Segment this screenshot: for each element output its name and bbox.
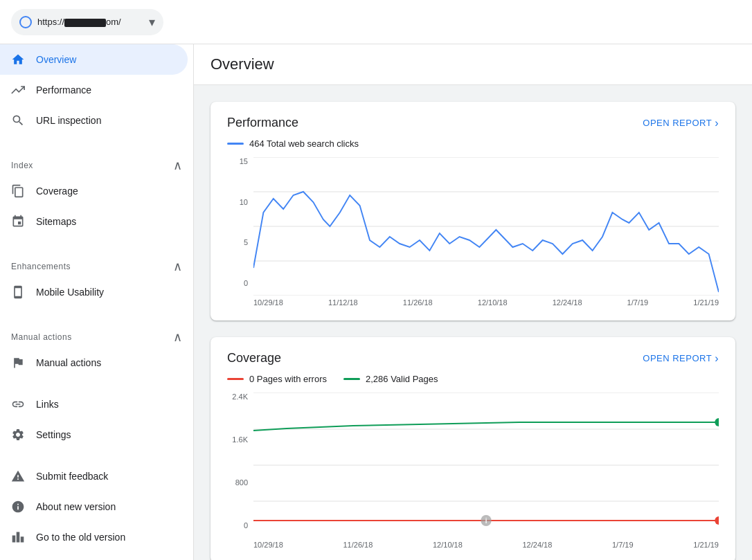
enhancements-section-label: Enhancements	[11, 262, 71, 271]
coverage-card-title: Coverage	[227, 351, 281, 365]
coverage-y-axis: 2.4K 1.6K 800 0	[227, 392, 248, 549]
main-content: Overview Performance OPEN REPORT › 464 T…	[194, 44, 752, 560]
section-header-index: Index ∧	[0, 147, 193, 176]
sidebar-label-about-new-version: About new version	[36, 501, 116, 512]
sidebar-item-url-inspection[interactable]: URL inspection	[0, 105, 188, 136]
performance-card-header: Performance OPEN REPORT ›	[211, 102, 735, 138]
sidebar-item-mobile-usability[interactable]: Mobile Usability	[0, 277, 188, 307]
performance-card-title: Performance	[227, 116, 298, 130]
sidebar-label-manual-actions: Manual actions	[36, 357, 101, 368]
sidebar-label-coverage: Coverage	[36, 186, 78, 197]
layout: Overview Performance URL inspection Inde…	[0, 44, 752, 560]
manual-actions-collapse-icon[interactable]: ∧	[173, 329, 183, 345]
page-title: Overview	[211, 55, 735, 73]
enhancements-collapse-icon[interactable]: ∧	[173, 259, 183, 274]
performance-open-report-label: OPEN REPORT	[643, 118, 712, 128]
url-text: https://om/	[37, 17, 143, 27]
sidebar-item-sitemaps[interactable]: Sitemaps	[0, 206, 188, 237]
section-header-manual-actions: Manual actions ∧	[0, 318, 193, 347]
sidebar-item-go-to-old-version[interactable]: Go to the old version	[0, 522, 188, 552]
performance-x-axis: 10/29/18 11/12/18 11/26/18 12/10/18 12/2…	[253, 296, 719, 307]
performance-open-report-chevron-icon: ›	[715, 117, 719, 129]
trending-up-icon	[11, 83, 25, 97]
chevron-down-icon: ▾	[149, 15, 155, 30]
coverage-legend-valid-text: 2,286 Valid Pages	[366, 374, 438, 384]
coverage-card-header: Coverage OPEN REPORT ›	[211, 337, 735, 374]
sidebar-label-links: Links	[36, 399, 59, 410]
svg-point-11	[715, 516, 719, 525]
performance-card: Performance OPEN REPORT › 464 Total web …	[211, 102, 735, 320]
coverage-card-body: 0 Pages with errors 2,286 Valid Pages 2.…	[211, 374, 735, 560]
home-icon	[11, 53, 25, 66]
sidebar-item-coverage[interactable]: Coverage	[0, 176, 188, 206]
performance-y-axis: 15 10 5 0	[227, 157, 248, 307]
url-redacted	[64, 19, 106, 27]
coverage-chart-wrap: 2.4K 1.6K 800 0 .cov-green { fill: none;…	[227, 392, 719, 549]
url-bar[interactable]: https://om/ ▾	[11, 9, 163, 35]
warning-icon	[11, 469, 25, 483]
sidebar-label-mobile-usability: Mobile Usability	[36, 287, 104, 298]
index-collapse-icon[interactable]: ∧	[173, 158, 183, 173]
coverage-open-report-chevron-icon: ›	[715, 352, 719, 365]
performance-legend: 464 Total web search clicks	[227, 138, 719, 149]
swap-icon	[11, 530, 25, 544]
search-icon	[11, 114, 25, 127]
sidebar-item-links[interactable]: Links	[0, 389, 188, 419]
performance-chart-wrap: 15 10 5 0 .grid-line { stroke: #e0e0e0; …	[227, 157, 719, 307]
sidebar-label-go-to-old-version: Go to the old version	[36, 532, 125, 543]
settings-icon	[11, 428, 25, 442]
sidebar-label-submit-feedback: Submit feedback	[36, 471, 108, 482]
sidebar-item-performance[interactable]: Performance	[0, 75, 188, 105]
index-section-label: Index	[11, 161, 33, 170]
file-copy-icon	[11, 184, 25, 198]
sidebar: Overview Performance URL inspection Inde…	[0, 44, 194, 560]
coverage-chart: .cov-green { fill: none; stroke: #0f9d58…	[253, 392, 719, 549]
coverage-legend-red-line	[227, 378, 244, 380]
performance-chart-svg: .grid-line { stroke: #e0e0e0; stroke-wid…	[253, 157, 719, 296]
sidebar-item-about-new-version[interactable]: About new version	[0, 491, 188, 522]
site-icon	[19, 16, 32, 28]
performance-chart: .grid-line { stroke: #e0e0e0; stroke-wid…	[253, 157, 719, 307]
sidebar-label-sitemaps: Sitemaps	[36, 216, 76, 227]
mobile-icon	[11, 285, 25, 299]
coverage-card: Coverage OPEN REPORT › 0 Pages with erro…	[211, 337, 735, 560]
sidebar-label-overview: Overview	[36, 54, 76, 65]
performance-card-body: 464 Total web search clicks 15 10 5 0	[211, 138, 735, 320]
sidebar-label-settings: Settings	[36, 429, 71, 440]
top-bar: https://om/ ▾	[0, 0, 752, 44]
sidebar-item-manual-actions[interactable]: Manual actions	[0, 347, 188, 378]
performance-legend-text: 464 Total web search clicks	[249, 138, 359, 149]
sidebar-item-settings[interactable]: Settings	[0, 419, 188, 450]
svg-text:i: i	[485, 517, 487, 525]
sitemap-icon	[11, 215, 25, 228]
cards-area: Performance OPEN REPORT › 464 Total web …	[194, 85, 752, 560]
sidebar-label-performance: Performance	[36, 84, 91, 96]
sidebar-item-overview[interactable]: Overview	[0, 44, 188, 75]
sidebar-label-url-inspection: URL inspection	[36, 115, 101, 126]
coverage-open-report-button[interactable]: OPEN REPORT ›	[643, 352, 719, 365]
link-icon	[11, 397, 25, 411]
coverage-legend-errors-text: 0 Pages with errors	[249, 374, 327, 384]
sidebar-item-submit-feedback[interactable]: Submit feedback	[0, 461, 188, 491]
manual-actions-section-label: Manual actions	[11, 332, 72, 342]
coverage-open-report-label: OPEN REPORT	[643, 353, 712, 363]
coverage-legend-green-line	[343, 378, 360, 380]
section-header-enhancements: Enhancements ∧	[0, 248, 193, 277]
svg-point-10	[715, 418, 719, 426]
performance-legend-line	[227, 143, 244, 145]
main-header: Overview	[194, 44, 752, 85]
sidebar-footer: Privacy Terms	[0, 552, 193, 560]
performance-open-report-button[interactable]: OPEN REPORT ›	[643, 117, 719, 129]
flag-icon	[11, 356, 25, 370]
coverage-legend: 0 Pages with errors 2,286 Valid Pages	[227, 374, 719, 384]
info-icon	[11, 500, 25, 514]
coverage-x-axis: 10/29/18 11/26/18 12/10/18 12/24/18 1/7/…	[253, 538, 719, 549]
coverage-chart-svg: .cov-green { fill: none; stroke: #0f9d58…	[253, 392, 719, 538]
